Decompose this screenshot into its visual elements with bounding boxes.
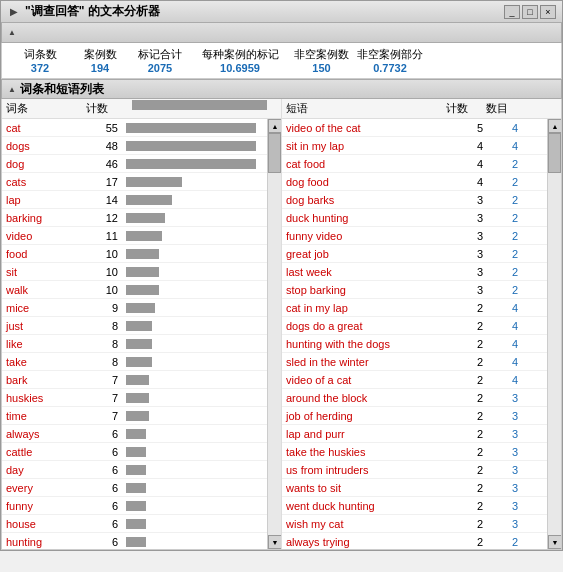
word-list-item[interactable]: video11 [2,227,267,245]
phrase-list-item[interactable]: last week32 [282,263,547,281]
word-list-item[interactable]: every6 [2,479,267,497]
phrase-list-item[interactable]: duck hunting32 [282,209,547,227]
phrase-list-item[interactable]: lap and purr23 [282,425,547,443]
phrase-num-cell: 4 [487,320,522,332]
stat-label-6: 非空案例部分 [357,47,423,62]
word-list-item[interactable]: lap14 [2,191,267,209]
word-list-item[interactable]: always6 [2,425,267,443]
stat-value-6: 0.7732 [373,62,407,74]
phrase-list-item[interactable]: cat in my lap24 [282,299,547,317]
phrase-list-item[interactable]: dog barks32 [282,191,547,209]
phrase-count-cell: 2 [452,536,487,548]
count-cell: 7 [82,392,122,404]
count-cell: 8 [82,356,122,368]
phrase-list-item[interactable]: wish my cat23 [282,515,547,533]
phrase-list-item[interactable]: dog food42 [282,173,547,191]
word-cell: cat [2,122,82,134]
collapse-icon-2[interactable]: ▲ [8,85,16,94]
count-bar [126,123,256,133]
word-cell: walk [2,284,82,296]
count-bar [126,213,165,223]
count-bar [126,249,159,259]
word-list-item[interactable]: sit10 [2,263,267,281]
word-list-item[interactable]: house6 [2,515,267,533]
phrase-list-item[interactable]: video of a cat24 [282,371,547,389]
count-cell: 7 [82,374,122,386]
phrase-list-item[interactable]: dogs do a great24 [282,317,547,335]
phrase-list[interactable]: video of the cat54sit in my lap44cat foo… [282,119,547,549]
phrase-cell: went duck hunting [282,500,452,512]
count-bar [126,375,149,385]
phrase-num-cell: 4 [487,374,522,386]
left-scrollbar[interactable]: ▲ ▼ [267,119,281,549]
word-list-item[interactable]: mice9 [2,299,267,317]
word-list-item[interactable]: dog46 [2,155,267,173]
stat-nonempty-cases: 非空案例数 150 [290,45,353,76]
word-list[interactable]: cat55dogs48dog46cats17lap14barking12vide… [2,119,267,549]
scroll-thumb-left[interactable] [268,133,281,173]
scroll-up-arrow[interactable]: ▲ [268,119,282,133]
phrase-list-item[interactable]: us from intruders23 [282,461,547,479]
phrase-num-cell: 4 [487,356,522,368]
word-list-item[interactable]: like8 [2,335,267,353]
phrase-list-item[interactable]: video of the cat54 [282,119,547,137]
phrase-list-item[interactable]: hunting with the dogs24 [282,335,547,353]
word-list-item[interactable]: walk10 [2,281,267,299]
phrase-list-item[interactable]: sit in my lap44 [282,137,547,155]
word-list-item[interactable]: just8 [2,317,267,335]
close-button[interactable]: × [540,5,556,19]
phrase-count-cell: 2 [452,302,487,314]
word-list-item[interactable]: food10 [2,245,267,263]
maximize-button[interactable]: □ [522,5,538,19]
right-scrollbar[interactable]: ▲ ▼ [547,119,561,549]
scroll-down-arrow-right[interactable]: ▼ [548,535,561,549]
phrase-list-item[interactable]: always trying22 [282,533,547,549]
phrase-list-item[interactable]: great job32 [282,245,547,263]
word-cell: time [2,410,82,422]
phrase-list-item[interactable]: funny video32 [282,227,547,245]
phrase-cell: dog barks [282,194,452,206]
word-list-item[interactable]: bark7 [2,371,267,389]
phrase-num-cell: 4 [487,338,522,350]
bar-cell [122,393,267,403]
minimize-button[interactable]: _ [504,5,520,19]
count-cell: 14 [82,194,122,206]
phrase-list-item[interactable]: take the huskies23 [282,443,547,461]
phrase-list-item[interactable]: cat food42 [282,155,547,173]
word-list-item[interactable]: hunting6 [2,533,267,549]
word-list-item[interactable]: huskies7 [2,389,267,407]
phrase-list-item[interactable]: job of herding23 [282,407,547,425]
bar-cell [122,285,267,295]
word-cell: food [2,248,82,260]
phrase-list-item[interactable]: sled in the winter24 [282,353,547,371]
phrase-list-item[interactable]: went duck hunting23 [282,497,547,515]
scroll-track-left[interactable] [268,133,281,535]
phrase-list-item[interactable]: around the block23 [282,389,547,407]
right-header: 短语 计数 数目 [282,99,561,119]
scroll-up-arrow-right[interactable]: ▲ [548,119,561,133]
collapse-icon[interactable]: ▲ [8,28,16,37]
word-list-item[interactable]: cattle6 [2,443,267,461]
scroll-down-arrow[interactable]: ▼ [268,535,282,549]
phrase-num-cell: 3 [487,500,522,512]
phrase-list-item[interactable]: wants to sit23 [282,479,547,497]
scroll-track-right[interactable] [548,133,561,535]
word-list-item[interactable]: cats17 [2,173,267,191]
word-list-item[interactable]: day6 [2,461,267,479]
phrase-cell: take the huskies [282,446,452,458]
bar-cell [122,195,267,205]
scroll-thumb-right[interactable] [548,133,561,173]
phrase-list-item[interactable]: stop barking32 [282,281,547,299]
phrase-cell: lap and purr [282,428,452,440]
count-bar [126,429,146,439]
word-list-item[interactable]: barking12 [2,209,267,227]
word-list-item[interactable]: dogs48 [2,137,267,155]
count-cell: 11 [82,230,122,242]
word-list-item[interactable]: cat55 [2,119,267,137]
word-list-item[interactable]: time7 [2,407,267,425]
word-list-item[interactable]: take8 [2,353,267,371]
word-list-item[interactable]: funny6 [2,497,267,515]
count-cell: 10 [82,248,122,260]
count-cell: 6 [82,464,122,476]
phrase-num-cell: 3 [487,428,522,440]
